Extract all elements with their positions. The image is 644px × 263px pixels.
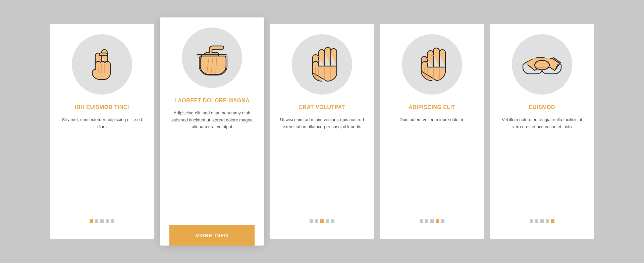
dot-1 <box>420 219 423 223</box>
svg-rect-21 <box>431 55 434 56</box>
svg-point-22 <box>535 60 549 70</box>
card-2-title: LAOREET DOLORE MAGNA <box>174 97 250 104</box>
dot-2 <box>425 219 428 223</box>
dot-1 <box>90 219 93 223</box>
dot-2 <box>535 219 538 223</box>
svg-rect-19 <box>425 58 428 59</box>
dot-1 <box>530 219 533 223</box>
card-2: LAOREET DOLORE MAGNAAdipiscing elit, sed… <box>160 17 264 246</box>
svg-rect-14 <box>317 60 320 61</box>
dot-5 <box>111 219 114 223</box>
card-3: ERAT VOLUTPATUt wisi enim ad minim venia… <box>270 24 374 239</box>
dot-4 <box>326 219 329 223</box>
open-hand-icon-circle <box>292 34 352 95</box>
card-5-dots <box>530 219 554 229</box>
card-4: ADIPISCING ELITDuis autem vel eum iriure… <box>380 24 484 239</box>
svg-rect-0 <box>99 53 107 56</box>
dot-4 <box>546 219 549 223</box>
card-1-text: Sit amet, consectetuer adipiscing elit, … <box>59 116 145 130</box>
card-5: EUISMODVel illum dolore eu feugiat nulla… <box>490 24 594 239</box>
dot-1 <box>310 219 313 223</box>
dot-3 <box>320 219 324 223</box>
dot-5 <box>441 219 444 223</box>
dot-4 <box>106 219 109 223</box>
cards-container: IBH EUISMOD TINCISit amet, consectetuer … <box>37 7 607 256</box>
pointing-finger-icon-circle <box>72 34 132 95</box>
dot-5 <box>331 219 334 223</box>
card-5-text: Vel illum dolore eu feugiat nulla facili… <box>499 116 585 130</box>
dot-5 <box>551 219 554 223</box>
hand-pointing-icon-circle <box>182 28 242 88</box>
card-3-text: Ut wisi enim ad minim veniam, quis nostr… <box>279 116 365 130</box>
handshake-icon-circle <box>512 34 572 95</box>
card-1-dots <box>90 219 114 229</box>
dot-4 <box>436 219 439 223</box>
card-4-text: Duis autem vel eum iriure dolor in <box>399 116 465 123</box>
card-4-title: ADIPISCING ELIT <box>409 104 455 111</box>
svg-rect-1 <box>99 59 101 60</box>
dot-2 <box>95 219 98 223</box>
card-3-dots <box>310 219 334 229</box>
card-5-title: EUISMOD <box>529 104 555 111</box>
stop-hand-icon-circle <box>402 34 462 95</box>
more-info-button[interactable]: MORE INFO <box>169 225 255 246</box>
card-4-dots <box>420 219 444 229</box>
svg-rect-20 <box>425 62 428 63</box>
svg-rect-13 <box>317 56 320 57</box>
card-1-title: IBH EUISMOD TINCI <box>75 104 129 111</box>
card-2-text: Adipiscing elit, sed diam nonummy nibh e… <box>169 110 255 130</box>
dot-3 <box>430 219 434 223</box>
dot-3 <box>540 219 544 223</box>
dot-2 <box>315 219 318 223</box>
card-1: IBH EUISMOD TINCISit amet, consectetuer … <box>50 24 154 239</box>
dot-3 <box>100 219 104 223</box>
card-3-title: ERAT VOLUTPAT <box>299 104 345 111</box>
